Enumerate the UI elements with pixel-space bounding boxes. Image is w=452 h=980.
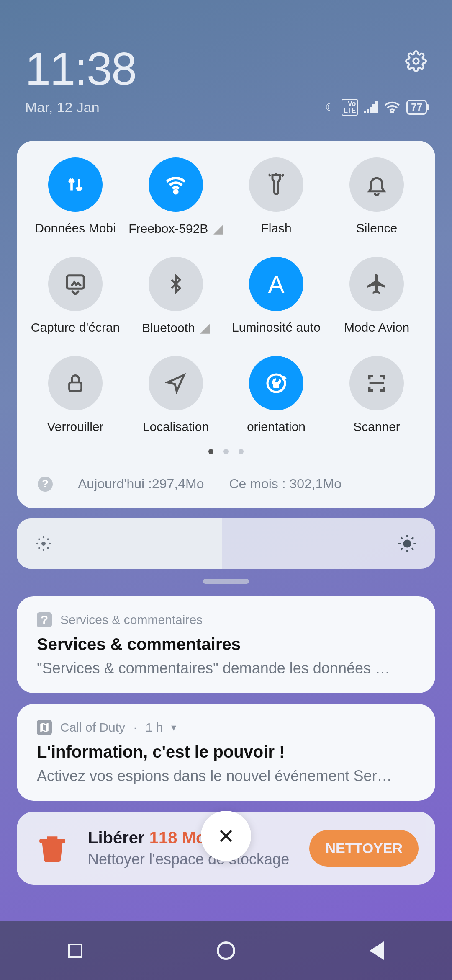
usage-month-value: 302,1Mo xyxy=(289,476,342,491)
tile-label: Silence xyxy=(356,221,397,235)
cell-signal-icon xyxy=(364,101,378,113)
map-icon xyxy=(37,720,52,735)
svg-rect-29 xyxy=(39,839,65,843)
drag-handle[interactable] xyxy=(203,579,249,584)
chevron-down-icon[interactable]: ▾ xyxy=(171,722,176,733)
notif-body: "Services & commentaires" demande les do… xyxy=(37,660,415,677)
svg-point-16 xyxy=(38,538,40,540)
tile-label: Luminosité auto xyxy=(232,320,321,335)
battery-percent: 77 xyxy=(411,101,422,113)
scan-icon xyxy=(349,356,404,410)
svg-point-12 xyxy=(43,536,44,538)
svg-line-27 xyxy=(401,548,403,550)
svg-point-14 xyxy=(36,543,38,544)
quick-settings-panel: Données MobiFreebox-592B ◢FlashSilenceCa… xyxy=(17,141,435,508)
nav-bar xyxy=(0,921,452,980)
notification-services[interactable]: ? Services & commentaires Services & com… xyxy=(17,596,435,693)
header-right: ☾ VoLTE 77 xyxy=(325,42,427,116)
signal-triangle-icon: ◢ xyxy=(197,321,210,335)
cleaner-subtitle: Nettoyer l'espace de stockage xyxy=(88,851,293,868)
screenshot-icon xyxy=(48,257,103,311)
notif-time: 1 h xyxy=(145,720,163,735)
cleaner-title: Libérer 118 Mo xyxy=(88,828,293,847)
page-dot-2[interactable] xyxy=(223,449,229,454)
svg-line-4 xyxy=(282,174,284,176)
usage-month-label: Ce mois : xyxy=(229,476,285,491)
notif-body: Activez vos espions dans le nouvel événe… xyxy=(37,767,415,785)
brightness-slider[interactable] xyxy=(17,518,435,569)
svg-point-20 xyxy=(404,540,410,547)
usage-today-value: 297,4Mo xyxy=(152,476,204,491)
clean-button[interactable]: NETTOYER xyxy=(309,830,419,867)
tile-airplane[interactable]: Mode Avion xyxy=(326,257,427,335)
svg-point-17 xyxy=(47,547,49,549)
svg-point-13 xyxy=(43,549,44,551)
svg-point-15 xyxy=(49,543,51,544)
tile-bell[interactable]: Silence xyxy=(326,157,427,236)
data-usage-row[interactable]: ? Aujourd'hui :297,4Mo Ce mois : 302,1Mo xyxy=(25,464,427,496)
cleaner-title-value: 118 Mo xyxy=(149,828,206,847)
usage-today-label: Aujourd'hui : xyxy=(78,476,152,491)
nav-recents-button[interactable] xyxy=(64,940,86,962)
tile-location[interactable]: Localisation xyxy=(126,356,226,434)
tile-letter-A[interactable]: ALuminosité auto xyxy=(226,257,326,335)
tile-bluetooth[interactable]: Bluetooth ◢ xyxy=(126,257,226,335)
notif-separator: · xyxy=(134,720,137,735)
tile-flashlight[interactable]: Flash xyxy=(226,157,326,236)
tile-lock[interactable]: Verrouiller xyxy=(25,356,126,434)
tile-data[interactable]: Données Mobi xyxy=(25,157,126,236)
clear-all-button[interactable] xyxy=(201,811,251,861)
tile-label: Flash xyxy=(261,221,291,235)
svg-point-11 xyxy=(41,542,46,546)
nav-back-button[interactable] xyxy=(366,940,388,962)
bluetooth-icon xyxy=(149,257,203,311)
page-dot-3[interactable] xyxy=(239,449,244,454)
svg-line-28 xyxy=(412,537,413,539)
usage-month: Ce mois : 302,1Mo xyxy=(229,476,342,492)
page-dots xyxy=(25,448,427,456)
svg-rect-7 xyxy=(69,382,81,391)
cleaner-texts: Libérer 118 Mo Nettoyer l'espace de stoc… xyxy=(88,828,293,868)
notification-cod[interactable]: Call of Duty · 1 h ▾ L'information, c'es… xyxy=(17,704,435,801)
tile-screenshot[interactable]: Capture d'écran xyxy=(25,257,126,335)
signal-triangle-icon: ◢ xyxy=(210,222,223,235)
sun-high-icon xyxy=(398,534,417,553)
notif-title: L'information, c'est le pouvoir ! xyxy=(37,743,415,761)
lock-icon xyxy=(48,356,103,410)
rotation-lock-icon xyxy=(249,356,303,410)
notif-header: Call of Duty · 1 h ▾ xyxy=(37,720,415,735)
dnd-moon-icon: ☾ xyxy=(325,101,336,114)
tile-scan[interactable]: Scanner xyxy=(326,356,427,434)
tile-label: Données Mobi xyxy=(35,221,116,235)
wifi-icon xyxy=(384,101,401,113)
svg-point-18 xyxy=(38,547,40,549)
flashlight-icon xyxy=(249,157,303,212)
cleaner-title-prefix: Libérer xyxy=(88,828,149,847)
tile-wifi[interactable]: Freebox-592B ◢ xyxy=(126,157,226,236)
question-icon: ? xyxy=(37,612,52,627)
tile-label: Capture d'écran xyxy=(31,320,120,335)
letter-A-icon: A xyxy=(249,257,303,311)
airplane-icon xyxy=(349,257,404,311)
shade-header: 11:38 Mar, 12 Jan ☾ VoLTE 77 xyxy=(0,0,452,132)
tile-rotation-lock[interactable]: orientation xyxy=(226,356,326,434)
tile-label: orientation xyxy=(247,420,306,434)
notif-header: ? Services & commentaires xyxy=(37,612,415,627)
svg-point-2 xyxy=(174,190,177,193)
clock-date: Mar, 12 Jan xyxy=(25,99,136,116)
notif-title: Services & commentaires xyxy=(37,635,415,654)
svg-line-24 xyxy=(412,548,413,550)
svg-point-19 xyxy=(47,538,49,540)
quick-tiles-grid: Données MobiFreebox-592B ◢FlashSilenceCa… xyxy=(25,157,427,434)
status-icons: ☾ VoLTE 77 xyxy=(325,99,427,116)
page-dot-1[interactable] xyxy=(208,449,213,454)
sun-low-icon xyxy=(35,535,52,552)
usage-today: Aujourd'hui :297,4Mo xyxy=(78,476,204,492)
bell-icon xyxy=(349,157,404,212)
header-left: 11:38 Mar, 12 Jan xyxy=(25,42,136,116)
notif-app-name: Call of Duty xyxy=(60,720,125,735)
wifi-icon xyxy=(149,157,203,212)
settings-icon[interactable] xyxy=(405,50,427,72)
nav-home-button[interactable] xyxy=(215,940,237,962)
svg-point-0 xyxy=(413,59,419,64)
